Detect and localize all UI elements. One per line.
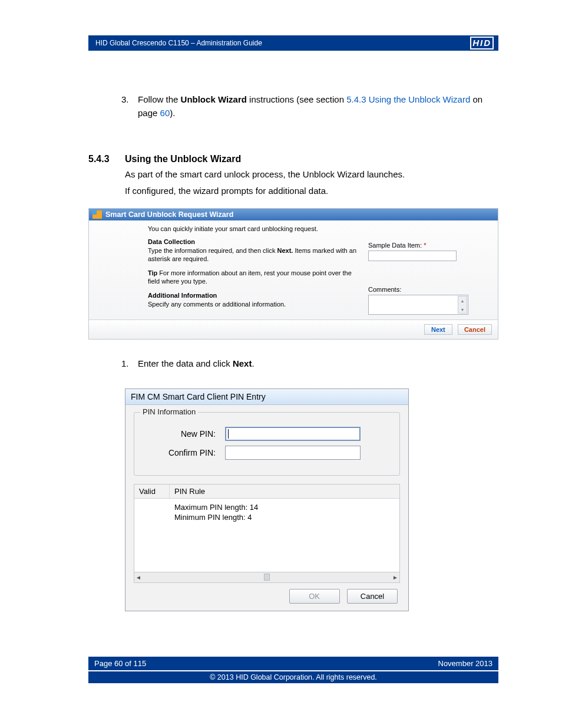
page-indicator: Page 60 of 115 xyxy=(94,659,146,668)
footer-copyright: © 2013 HID Global Corporation. All right… xyxy=(88,671,498,683)
wizard-tip: Tip For more information about an item, … xyxy=(148,269,359,286)
xref-link[interactable]: 5.4.3 Using the Unblock Wizard xyxy=(346,94,470,104)
step-1: 1. Enter the data and click Next. xyxy=(121,358,498,368)
new-pin-input[interactable] xyxy=(225,427,361,441)
column-valid[interactable]: Valid xyxy=(134,485,170,498)
comments-label: Comments: xyxy=(368,286,492,293)
sample-data-label: Sample Data Item: * xyxy=(368,242,492,249)
cancel-button[interactable]: Cancel xyxy=(347,589,398,604)
scroll-thumb[interactable] xyxy=(264,574,270,581)
unblock-wizard-window: Smart Card Unblock Request Wizard You ca… xyxy=(88,208,498,340)
para-1: As part of the smart card unlock process… xyxy=(125,168,498,181)
wizard-icon xyxy=(92,210,102,219)
doc-header-title: HID Global Crescendo C1150 – Administrat… xyxy=(95,39,262,47)
group-legend: PIN Information xyxy=(140,407,198,416)
step-text: Follow the Unblock Wizard instructions (… xyxy=(138,93,498,120)
next-button[interactable]: Next xyxy=(424,324,452,335)
pin-rule-row: Maximum PIN length: 14 xyxy=(174,502,395,513)
wizard-intro: You can quickly initiate your smart card… xyxy=(148,225,359,232)
footer-date: November 2013 xyxy=(438,659,493,668)
wizard-button-bar: Next Cancel xyxy=(89,319,498,339)
ok-button[interactable]: OK xyxy=(289,589,340,604)
section-heading: 5.4.3 Using the Unblock Wizard xyxy=(88,154,498,164)
section-number: 5.4.3 xyxy=(88,154,125,164)
new-pin-label: New PIN: xyxy=(143,429,225,439)
wizard-title: Smart Card Unblock Request Wizard xyxy=(105,210,233,219)
confirm-pin-input[interactable] xyxy=(225,446,361,460)
pin-information-group: PIN Information New PIN: Confirm PIN: xyxy=(134,412,400,476)
horizontal-scrollbar[interactable]: ◄ ► xyxy=(134,572,400,583)
required-asterisk: * xyxy=(424,242,426,249)
sample-data-input[interactable] xyxy=(368,251,457,261)
dialog-button-bar: OK Cancel xyxy=(134,583,400,604)
pin-rules-table: Valid PIN Rule Maximum PIN length: 14 Mi… xyxy=(134,484,400,572)
step-number: 1. xyxy=(121,358,138,368)
column-pin-rule[interactable]: PIN Rule xyxy=(170,485,399,498)
pin-entry-dialog: FIM CM Smart Card Client PIN Entry PIN I… xyxy=(125,388,409,611)
hid-logo: HID xyxy=(470,37,494,50)
pin-rule-row: Minimum PIN length: 4 xyxy=(174,512,395,523)
page-link[interactable]: 60 xyxy=(160,108,170,118)
section-title: Using the Unblock Wizard xyxy=(125,154,241,164)
step-number: 3. xyxy=(121,93,138,120)
data-collection-text: Type the information required, and then … xyxy=(148,246,359,263)
comments-textarea[interactable] xyxy=(368,295,468,315)
confirm-pin-label: Confirm PIN: xyxy=(143,448,225,457)
scroll-right-icon[interactable]: ► xyxy=(392,574,398,581)
cancel-button[interactable]: Cancel xyxy=(458,324,492,335)
scroll-left-icon[interactable]: ◄ xyxy=(135,574,141,581)
step-3: 3. Follow the Unblock Wizard instruction… xyxy=(121,93,498,120)
additional-info-text: Specify any comments or additional infor… xyxy=(148,300,359,308)
step-text: Enter the data and click Next. xyxy=(138,358,498,368)
doc-header: HID Global Crescendo C1150 – Administrat… xyxy=(88,35,498,51)
footer-bar: Page 60 of 115 November 2013 xyxy=(88,657,498,670)
additional-info-heading: Additional Information xyxy=(148,292,359,299)
dialog-titlebar: FIM CM Smart Card Client PIN Entry xyxy=(125,389,408,405)
wizard-titlebar: Smart Card Unblock Request Wizard xyxy=(89,209,498,220)
data-collection-heading: Data Collection xyxy=(148,238,359,245)
para-2: If configured, the wizard prompts for ad… xyxy=(125,185,498,197)
